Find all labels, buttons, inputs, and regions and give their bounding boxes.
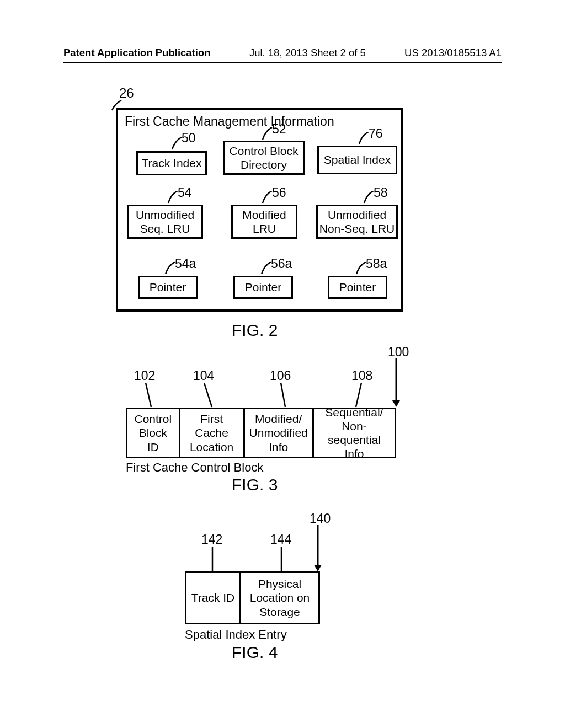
- ref-56a: 56a: [271, 256, 292, 271]
- ref-140-arrow: [312, 525, 323, 572]
- ref-102: 102: [134, 368, 155, 383]
- header-left: Patent Application Publication: [63, 47, 211, 59]
- c104-text: First CacheLocation: [185, 412, 239, 454]
- box-58-text: UnmodifiedNon-Seq. LRU: [319, 208, 395, 235]
- ref-26: 26: [119, 85, 134, 101]
- box-pointer-58a: Pointer: [328, 276, 387, 299]
- box-54a-text: Pointer: [150, 280, 186, 294]
- svg-line-3: [281, 383, 285, 407]
- page-header: Patent Application Publication Jul. 18, …: [0, 47, 565, 59]
- ref-50: 50: [182, 131, 196, 146]
- box-track-index: Track Index: [136, 151, 207, 175]
- box-pointer-56a: Pointer: [233, 276, 293, 299]
- ref-106: 106: [270, 368, 291, 383]
- ref-56a-leader: [259, 262, 273, 276]
- fig2-title: First Cache Management Information: [125, 114, 334, 129]
- ref-108-leader: [353, 383, 370, 408]
- ref-56: 56: [272, 185, 286, 200]
- cell-control-block-id: ControlBlock ID: [126, 408, 180, 458]
- ref-100-arrow: [391, 358, 402, 408]
- box-spatial-index: Spatial Index: [317, 146, 397, 174]
- ref-104: 104: [193, 368, 214, 383]
- cell-sequential-info: Sequential/Non-sequentialInfo: [314, 408, 396, 458]
- box-pointer-54a: Pointer: [138, 276, 198, 299]
- fig3-subtitle: First Cache Control Block: [126, 461, 263, 475]
- c106-text: Modified/UnmodifiedInfo: [249, 412, 308, 454]
- ref-106-leader: [279, 383, 296, 408]
- svg-line-4: [356, 383, 361, 407]
- box-56a-text: Pointer: [245, 280, 282, 294]
- ref-52: 52: [272, 122, 286, 137]
- c108-text: Sequential/Non-sequentialInfo: [318, 405, 390, 461]
- header-center: Jul. 18, 2013 Sheet 2 of 5: [249, 47, 366, 59]
- header-rule: [63, 62, 502, 63]
- box-50-text: Track Index: [142, 156, 202, 170]
- ref-58a: 58a: [366, 256, 387, 271]
- ref-50-leader: [169, 137, 183, 151]
- box-76-text: Spatial Index: [324, 153, 391, 167]
- box-modified-lru: ModifiedLRU: [231, 205, 297, 239]
- cell-first-cache-location: First CacheLocation: [180, 408, 245, 458]
- ref-56-leader: [260, 191, 274, 205]
- ref-54a-leader: [163, 262, 177, 276]
- cell-modified-info: Modified/UnmodifiedInfo: [245, 408, 314, 458]
- ref-76: 76: [369, 126, 383, 141]
- fig4-container: Track ID PhysicalLocation onStorage: [185, 571, 320, 624]
- ref-140: 140: [310, 511, 331, 526]
- c142-text: Track ID: [191, 591, 235, 604]
- ref-54-leader: [166, 191, 179, 205]
- fig3-caption: FIG. 3: [232, 475, 278, 494]
- ref-58: 58: [374, 185, 388, 200]
- ref-58a-leader: [354, 262, 367, 276]
- ref-54a: 54a: [175, 256, 196, 271]
- ref-54: 54: [178, 185, 192, 200]
- box-56-text: ModifiedLRU: [242, 208, 286, 235]
- c102-text: ControlBlock ID: [132, 412, 174, 454]
- ref-104-leader: [202, 383, 219, 408]
- ref-108: 108: [351, 368, 372, 383]
- ref-102-leader: [144, 383, 161, 408]
- ref-100: 100: [388, 345, 409, 360]
- box-54-text: UnmodifiedSeq. LRU: [136, 208, 194, 235]
- ref-144: 144: [270, 532, 291, 547]
- ref-76-leader: [356, 132, 370, 146]
- cell-track-id: Track ID: [185, 571, 241, 624]
- fig3-container: ControlBlock ID First CacheLocation Modi…: [126, 408, 396, 458]
- ref-142: 142: [201, 532, 222, 547]
- box-control-block-dir: Control BlockDirectory: [223, 141, 305, 175]
- fig2-caption: FIG. 2: [232, 321, 278, 340]
- ref-144-leader: [278, 547, 294, 572]
- header-right: US 2013/0185513 A1: [404, 47, 502, 59]
- ref-142-leader: [209, 547, 225, 572]
- fig4-caption: FIG. 4: [232, 643, 278, 662]
- box-unmod-nonseq-lru: UnmodifiedNon-Seq. LRU: [316, 205, 398, 239]
- svg-line-1: [146, 383, 151, 407]
- fig4-subtitle: Spatial Index Entry: [185, 628, 287, 642]
- ref-58-leader: [361, 191, 375, 205]
- box-52-text: Control BlockDirectory: [230, 144, 299, 172]
- c144-text: PhysicalLocation onStorage: [250, 577, 310, 619]
- ref-52-leader: [260, 127, 274, 141]
- fig2-container: First Cache Management Information 50 52…: [116, 108, 403, 312]
- box-unmod-seq-lru: UnmodifiedSeq. LRU: [127, 205, 203, 239]
- box-58a-text: Pointer: [339, 280, 376, 294]
- cell-physical-location: PhysicalLocation onStorage: [241, 571, 320, 624]
- svg-line-2: [204, 383, 212, 407]
